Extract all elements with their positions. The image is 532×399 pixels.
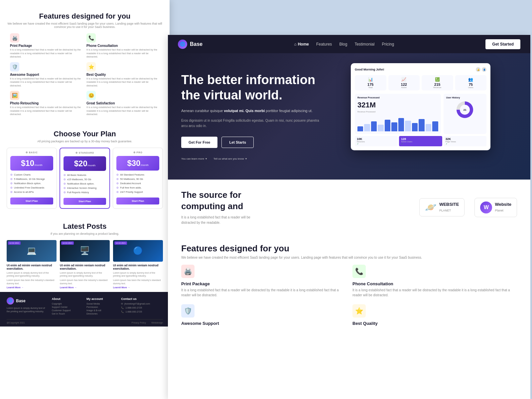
footer: 🌐 Base Lorem ipsum is simply dummy text … xyxy=(0,292,170,327)
nav-link-home[interactable]: ⌂ Home xyxy=(294,42,309,47)
dashboard-icon-bell[interactable]: 🔔 xyxy=(476,67,480,72)
hero-let-starts-button[interactable]: Let Starts xyxy=(221,137,254,148)
footer-link[interactable]: Directories xyxy=(86,313,118,315)
bar-5 xyxy=(385,120,390,131)
posts-title: Latest Posts xyxy=(7,215,163,232)
feature-phone-consultation: 📞 Phone Consultation It is a long establ… xyxy=(86,33,160,59)
stat-icon-total: 📊 xyxy=(357,77,384,82)
plan-feature: Interactive Screen Sharing xyxy=(64,186,106,190)
plan-pro-btn[interactable]: Start Plan xyxy=(116,198,159,204)
source-text: The source for computing and It is a lon… xyxy=(181,190,254,225)
footer-link[interactable]: Support Center xyxy=(52,306,83,308)
post-title-3: Ut enim ad minim veniam nostrud exercita… xyxy=(113,264,163,270)
revenue-big-number: 321M xyxy=(357,101,438,109)
nav-link-features[interactable]: Features xyxy=(316,42,332,47)
plan-pro-badge: ⚙ PRO xyxy=(116,151,159,154)
hero-learn-more-link[interactable]: You can learn more ▾ xyxy=(181,157,207,160)
plan-feature: Full Reports History xyxy=(64,190,106,195)
plan-feature: Notification Block option. xyxy=(10,181,53,186)
footer-link[interactable]: Image & B-roll xyxy=(86,309,118,312)
plan-feature: 24/7 Priority Support xyxy=(116,190,159,194)
plan-feature: x15 Mailboxes, 50 Gb xyxy=(64,177,106,182)
ms-num-active: 128 xyxy=(401,137,440,141)
footer-email: ✉ jhoneking47@gmail.com xyxy=(121,303,163,305)
feature-photo-retouching: 🖼️ Photo Retouching It is a long establi… xyxy=(10,91,83,116)
hero-link2-text: Tell us what are you know xyxy=(213,157,244,160)
footer-brand-name: Base xyxy=(16,299,26,303)
post-link-3[interactable]: Learnit More → xyxy=(113,286,163,289)
phone-icon-2: 📞 xyxy=(121,311,124,313)
plan-standard-btn[interactable]: Start Plan xyxy=(64,198,106,205)
post-card-1: 💻 12.02.2021 Ut enim ad minim veniam nos… xyxy=(7,240,57,289)
source-section: The source for computing and It is a lon… xyxy=(168,180,530,235)
user-history-chart: User History 21 xyxy=(444,94,486,134)
feature-desc: It is a long established fact that a rea… xyxy=(86,48,160,59)
feature-desc: It is a long established fact that a rea… xyxy=(86,106,160,116)
right-features-grid: 🖨️ Print Package It is a long establishe… xyxy=(181,265,517,327)
nav-link-blog[interactable]: Blog xyxy=(339,42,347,47)
logo-sub-2: Planet xyxy=(495,209,503,212)
footer-privacy[interactable]: Privacy Policy xyxy=(132,322,146,324)
plan-basic-btn[interactable]: Start Plan xyxy=(10,198,53,204)
mini-stats: 10K Sessions ↗ 128 Active Users ↗ 32K Pa… xyxy=(355,136,486,146)
right-feature-phone-desc: It is a long established fact that a rea… xyxy=(352,288,517,298)
planet-icon: 🪐 xyxy=(425,202,437,213)
plan-feature: All Standard Features xyxy=(116,173,159,177)
mini-stat-active: 128 Active Users ↗ xyxy=(399,136,442,146)
post-link-1[interactable]: Learnit More → xyxy=(7,286,57,289)
hero-title: The better information the virtual world… xyxy=(181,72,321,103)
footer-contact-title: Contact us xyxy=(121,297,163,301)
left-features-sub: We believe we have created the most effi… xyxy=(7,22,163,29)
bar-6 xyxy=(391,122,397,132)
dashboard-card: Good Morning John! 🔔 👤 📊 175 Total 📈 12 xyxy=(351,63,490,150)
footer-about: About Copyright Support Center Customer … xyxy=(52,297,83,316)
dashboard-icon-user[interactable]: 👤 xyxy=(482,67,486,72)
bar-11 xyxy=(426,124,431,132)
mini-stat-sessions: 10K Sessions ↗ xyxy=(355,136,398,146)
feature-title: Awesome Support xyxy=(10,73,83,76)
post-date-3: 12.02.2021 xyxy=(114,241,127,245)
footer-link[interactable]: Copyright xyxy=(52,303,83,305)
home-icon: ⌂ xyxy=(294,42,296,47)
post-link-2[interactable]: Learnit More → xyxy=(60,286,110,289)
donut: 21 xyxy=(457,101,473,118)
stat-revenue: 💹 215 Revenue xyxy=(422,75,453,90)
hero-subtitle-end: porttitor feugiat adipiscing ut. xyxy=(266,109,313,113)
nav-cta-button[interactable]: Get Started xyxy=(485,39,520,49)
hero-get-free-button[interactable]: Get For Free xyxy=(181,137,217,148)
stat-num-revenue: 215 xyxy=(424,82,451,86)
nav-link-pricing[interactable]: Pricing xyxy=(382,42,394,47)
right-page: 🌐 Base ⌂ Home Features Blog Testimonial … xyxy=(168,35,530,399)
revenue-chart-title: Revenue Processed xyxy=(357,96,438,99)
footer-link[interactable]: Get In Touch xyxy=(52,313,83,315)
hero-link1-text: You can learn more xyxy=(181,157,204,160)
stat-total: 📊 175 Total xyxy=(355,75,386,90)
stat-num-users: 75 xyxy=(457,82,485,86)
footer-link[interactable]: Permission xyxy=(86,306,118,308)
plan-pro: ⚙ PRO $30/month All Standard Features 50… xyxy=(113,148,163,209)
logo-name-2: Website xyxy=(495,202,511,207)
feature-title: Great Satisfaction xyxy=(86,101,160,105)
posts-grid: 💻 12.02.2021 Ut enim ad minim veniam nos… xyxy=(7,240,163,289)
footer-link[interactable]: Customer Support xyxy=(52,309,83,312)
stat-icon-users: 👥 xyxy=(457,77,485,82)
footer-about-title: About xyxy=(52,297,83,301)
left-page: Features designed for you We believe we … xyxy=(0,0,170,399)
hero-subtitle: Aenean curabitur quisque volutpat mi. Qu… xyxy=(181,108,321,114)
hero-desc: Eros dignissim ut in suscipit Fringilla … xyxy=(181,118,321,129)
nav-link-testimonial[interactable]: Testimonial xyxy=(354,42,374,47)
dashboard-charts: Revenue Processed 321M Revenue Processed xyxy=(355,94,486,134)
hero-tell-us-link[interactable]: Tell us what are you know ▾ xyxy=(213,157,247,160)
right-feature-quality-title: Best Quality xyxy=(352,321,517,326)
post-excerpt-2: Lorem ipsum is simply dummy text of the … xyxy=(60,271,110,278)
footer-account-list: Social Media Permission Image & B-roll D… xyxy=(86,303,118,315)
footer-webdesign[interactable]: Webdesign xyxy=(151,322,163,324)
plan-feature: Notification Block option. xyxy=(64,182,106,186)
footer-contact: Contact us ✉ jhoneking47@gmail.com 📞 1-8… xyxy=(121,297,163,316)
pricing-title: Choose Your Plan xyxy=(7,123,163,140)
bar-3 xyxy=(371,121,377,131)
footer-link[interactable]: Social Media xyxy=(86,303,118,305)
plan-feature: Full free from adds. xyxy=(116,186,159,190)
plan-standard: ⚙ STANDARD $20/month All Basic features … xyxy=(60,148,110,209)
right-features-section: Features designed for you We believe we … xyxy=(168,235,530,335)
